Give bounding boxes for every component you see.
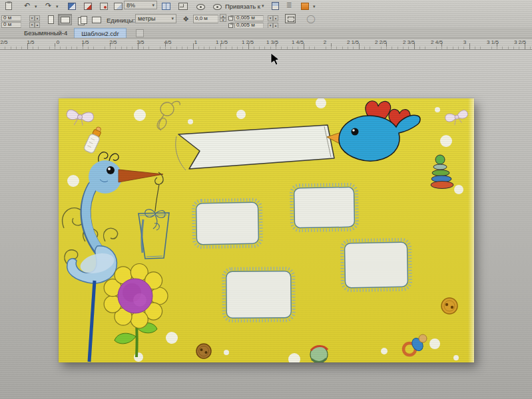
document-options-button[interactable]	[272, 1, 279, 11]
tab-label: Безымянный-4	[24, 29, 67, 37]
ruler-tick-label: 1/5	[81, 39, 89, 45]
ruler-tick-label: 2 2/5	[375, 39, 387, 45]
bow-right[interactable]	[444, 109, 469, 126]
show-rulers-button[interactable]	[196, 2, 205, 11]
zoom-page-button[interactable]	[162, 1, 170, 11]
stepper-down-icon[interactable]: ▾	[220, 18, 226, 22]
tab-extra-button[interactable]	[136, 29, 144, 37]
paste-button[interactable]	[5, 1, 12, 11]
baby-bottle[interactable]	[83, 125, 105, 154]
button-brown[interactable]	[196, 344, 211, 358]
page-height-value[interactable]: 0 м	[1, 22, 21, 28]
chevron-down-icon: ▾	[35, 4, 37, 9]
units-select[interactable]: метры ▾	[135, 14, 176, 23]
chevron-down-icon: ▾	[262, 3, 264, 9]
page-size-icon	[92, 17, 101, 23]
portrait-button[interactable]	[45, 14, 56, 25]
chevron-down-icon: ▾	[313, 4, 316, 9]
publish-pdf-button[interactable]	[100, 1, 108, 11]
units-value: метры	[138, 15, 156, 22]
treat-as-filled-icon	[285, 14, 296, 23]
photo-frames	[193, 184, 410, 321]
zoom-page-icon	[162, 3, 170, 10]
eye-icon	[196, 4, 205, 10]
bluebird[interactable]	[327, 101, 420, 161]
ruler-tick-label: 3/5	[136, 39, 144, 45]
stepper-up-icon[interactable]: ▴	[35, 22, 40, 28]
snap-to-dropdown[interactable]: Привязать к ▾	[225, 1, 264, 11]
application-window: ↶ ▾ ↷ ▾ 8% ▾ Привязать к ▾ ☰ ▾ 0 м ▾▴ 0 …	[0, 0, 532, 399]
ruler-tick-label: 2 1/5	[347, 39, 359, 45]
fullscreen-preview-button[interactable]	[178, 1, 188, 11]
ruler-tick-label: 1 1/5	[216, 39, 228, 45]
launcher-dropdown[interactable]: ▾	[312, 2, 316, 11]
ruler-tick-label: 1/5	[27, 39, 34, 45]
hanging-bucket[interactable]	[138, 172, 169, 259]
ruler-tick-label: 3	[463, 39, 466, 45]
nudge-field[interactable]: 0,0 м	[193, 14, 218, 23]
current-page-button[interactable]	[91, 14, 103, 25]
ellipse-icon: ◯	[306, 15, 315, 23]
photo-frame[interactable]	[291, 184, 357, 231]
horizontal-ruler[interactable]: 2/5 1/5 0 1/5 2/5 3/5 4/5 1 1 1/5 1 2/5 …	[0, 39, 532, 50]
options-button[interactable]: ☰	[286, 1, 292, 10]
nudge-stepper[interactable]: ▴▾	[220, 14, 226, 23]
undo-button[interactable]: ↶	[24, 1, 30, 10]
ruler-tick-label: 1	[194, 39, 197, 45]
publish-pdf-icon	[100, 3, 108, 10]
units-label: Единицы:	[107, 15, 135, 25]
undo-icon: ↶	[24, 2, 30, 9]
bow-left[interactable]	[65, 109, 94, 127]
zoom-levels-button[interactable]	[114, 1, 123, 11]
document-tabbar: Безымянный-4 Шаблон2.cdr	[0, 28, 532, 39]
ellipse-tool-indicator: ◯	[306, 14, 315, 23]
ruler-tick-label: 4/5	[164, 39, 171, 45]
tab-label: Шаблон2.cdr	[81, 30, 119, 37]
eye-icon	[213, 4, 222, 10]
mouse-cursor	[270, 53, 281, 66]
button-orange[interactable]	[441, 298, 457, 314]
tab-untitled-document[interactable]: Безымянный-4	[17, 28, 74, 38]
stepper-down-icon[interactable]: ▾	[29, 22, 35, 28]
redo-button[interactable]: ↷	[45, 1, 51, 10]
ruler-tick-label: 1 2/5	[242, 39, 254, 45]
property-bar: ↶ ▾ ↷ ▾ 8% ▾ Привязать к ▾ ☰ ▾ 0 м ▾▴ 0 …	[0, 0, 532, 29]
ruler-tick-label: 1 4/5	[292, 39, 304, 45]
stacking-toy[interactable]	[431, 155, 453, 189]
document-page[interactable]	[59, 98, 474, 362]
clipboard-icon	[5, 2, 12, 10]
ruler-tick-label: 2	[324, 39, 326, 45]
banner-ribbon[interactable]	[176, 125, 334, 170]
undo-dropdown[interactable]: ▾	[33, 2, 37, 11]
zoom-levels-icon	[114, 3, 123, 10]
snap-distance-icon	[228, 23, 233, 28]
ball[interactable]	[310, 346, 328, 362]
drawing-workspace[interactable]	[0, 49, 532, 399]
snap-distance-icon	[228, 16, 233, 21]
design-canvas[interactable]	[59, 98, 474, 362]
landscape-button[interactable]	[58, 14, 72, 25]
photo-frame[interactable]	[224, 269, 294, 321]
launcher-button[interactable]	[301, 1, 309, 11]
treat-as-filled-button[interactable]	[285, 14, 296, 23]
pacifier[interactable]	[403, 334, 427, 355]
photo-frame[interactable]	[193, 200, 261, 247]
landscape-page-icon	[61, 17, 70, 23]
tab-template-document[interactable]: Шаблон2.cdr	[74, 28, 126, 38]
chevron-down-icon: ▾	[56, 4, 59, 9]
redo-dropdown[interactable]: ▾	[55, 2, 59, 11]
all-pages-button[interactable]	[76, 14, 88, 25]
show-grid-button[interactable]	[213, 2, 222, 11]
ruler-tick-label: 2 4/5	[431, 39, 443, 45]
import-button[interactable]	[68, 1, 76, 11]
zoom-level-combobox[interactable]: 8% ▾	[124, 1, 157, 9]
ruler-tick-label: 2/5	[109, 39, 117, 45]
ruler-tick-label: 3 2/5	[514, 39, 526, 45]
photo-frame[interactable]	[342, 239, 410, 291]
page-height-stepper[interactable]: ▾▴	[29, 22, 40, 28]
nudge-value[interactable]: 0,0 м	[193, 15, 218, 23]
export-button[interactable]	[84, 1, 92, 11]
rattle-sketch[interactable]	[155, 101, 180, 130]
ruler-tick-label: 1 3/5	[266, 39, 278, 45]
flower[interactable]	[104, 264, 168, 358]
